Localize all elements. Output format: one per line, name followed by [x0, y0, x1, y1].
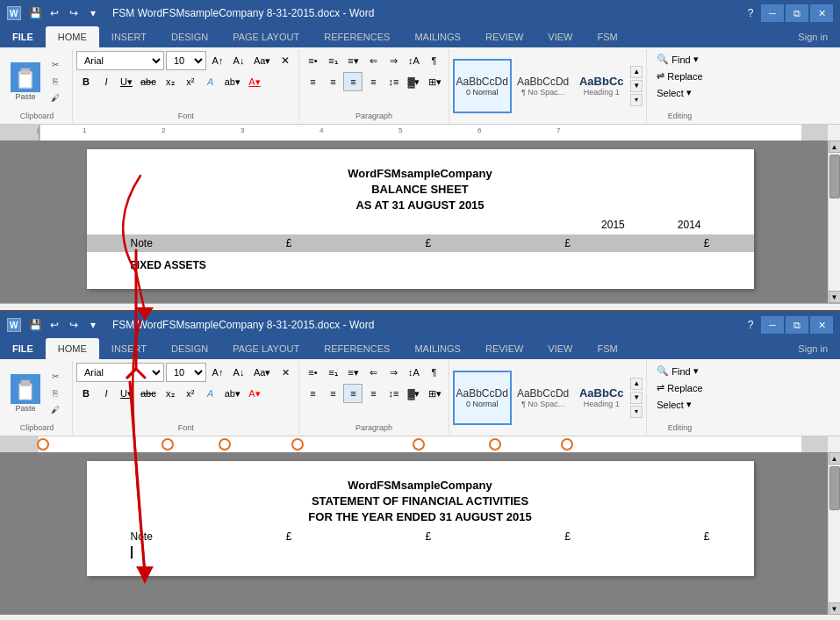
scrollbar-v-2[interactable]: ▲ ▼	[828, 452, 840, 615]
bullets-btn-2[interactable]: ≡•	[303, 363, 322, 382]
scroll-up-btn-1[interactable]: ▲	[829, 141, 841, 153]
italic-btn-1[interactable]: I	[97, 72, 116, 91]
sort-btn-2[interactable]: ↕A	[404, 363, 423, 382]
file-tab-2[interactable]: FILE	[0, 338, 46, 359]
view-tab-2[interactable]: VIEW	[535, 338, 585, 359]
close-btn-2[interactable]: ✕	[810, 316, 833, 334]
grow-font-btn-2[interactable]: A↑	[208, 363, 227, 382]
strikethrough-btn-1[interactable]: abc	[137, 72, 160, 91]
find-btn-1[interactable]: 🔍 Find ▾	[652, 51, 707, 68]
subscript-btn-2[interactable]: x₂	[161, 384, 180, 403]
select-btn-2[interactable]: Select ▾	[652, 396, 707, 413]
numbering-btn-2[interactable]: ≡₁	[323, 363, 342, 382]
highlight-btn-1[interactable]: ab▾	[221, 72, 244, 91]
show-hide-btn-1[interactable]: ¶	[424, 51, 443, 70]
references-tab-2[interactable]: REFERENCES	[312, 338, 402, 359]
nospace-style-1[interactable]: AaBbCcDd ¶ No Spac...	[513, 59, 572, 113]
format-painter-btn-2[interactable]: 🖌	[46, 402, 65, 418]
grow-font-btn-1[interactable]: A↑	[208, 51, 227, 70]
style-more-btn-1[interactable]: ▾	[630, 94, 643, 106]
heading1-style-1[interactable]: AaBbCc Heading 1	[574, 59, 628, 113]
close-btn-1[interactable]: ✕	[810, 4, 833, 22]
design-tab-1[interactable]: DESIGN	[159, 26, 220, 47]
align-center-btn-2[interactable]: ≡	[323, 384, 342, 403]
review-tab-1[interactable]: REVIEW	[473, 26, 535, 47]
fsm-tab-1[interactable]: FSM	[585, 26, 629, 47]
minimize-btn-2[interactable]: ─	[761, 316, 784, 334]
redo-btn-2[interactable]: ↪	[65, 316, 83, 334]
change-case-btn-2[interactable]: Aa▾	[250, 363, 274, 382]
font-size-select-2[interactable]: 10	[166, 363, 206, 382]
pagelayout-tab-1[interactable]: PAGE LAYOUT	[220, 26, 312, 47]
style-down-btn-2[interactable]: ▼	[630, 392, 643, 404]
increase-indent-btn-2[interactable]: ⇒	[384, 363, 403, 382]
restore-btn-1[interactable]: ⧉	[786, 4, 808, 22]
help-btn-1[interactable]: ?	[742, 4, 759, 22]
clear-format-btn-2[interactable]: ✕	[276, 363, 295, 382]
pagelayout-tab-2[interactable]: PAGE LAYOUT	[220, 338, 312, 359]
normal-style-1[interactable]: AaBbCcDd 0 Normal	[453, 59, 512, 113]
undo-btn-1[interactable]: ↩	[46, 4, 63, 22]
restore-btn-2[interactable]: ⧉	[786, 316, 808, 334]
font-name-select-1[interactable]: Arial	[76, 51, 164, 70]
borders-btn-1[interactable]: ⊞▾	[425, 72, 445, 91]
replace-btn-1[interactable]: ⇌ Replace	[652, 68, 707, 84]
customize-btn-2[interactable]: ▾	[84, 316, 102, 334]
insert-tab-1[interactable]: INSERT	[99, 26, 159, 47]
justify-btn-1[interactable]: ≡	[363, 72, 383, 91]
fsm-tab-2[interactable]: FSM	[585, 338, 629, 359]
increase-indent-btn-1[interactable]: ⇒	[384, 51, 403, 70]
select-btn-1[interactable]: Select ▾	[652, 84, 707, 101]
bold-btn-2[interactable]: B	[76, 384, 96, 403]
customize-btn-1[interactable]: ▾	[84, 4, 102, 22]
style-up-btn-2[interactable]: ▲	[630, 378, 643, 390]
bold-btn-1[interactable]: B	[76, 72, 96, 91]
bullets-btn-1[interactable]: ≡•	[303, 51, 322, 70]
copy-btn-2[interactable]: ⎘	[46, 386, 65, 401]
show-hide-btn-2[interactable]: ¶	[424, 363, 443, 382]
justify-btn-2[interactable]: ≡	[363, 384, 383, 403]
shading-btn-2[interactable]: ▓▾	[404, 384, 423, 403]
scroll-down-btn-1[interactable]: ▼	[829, 291, 841, 303]
review-tab-2[interactable]: REVIEW	[473, 338, 535, 359]
font-name-select-2[interactable]: Arial	[76, 363, 164, 382]
scroll-up-btn-2[interactable]: ▲	[829, 452, 841, 465]
help-btn-2[interactable]: ?	[742, 316, 759, 334]
line-spacing-btn-1[interactable]: ↕≡	[384, 72, 403, 91]
mailings-tab-1[interactable]: MAILINGS	[402, 26, 473, 47]
file-tab-1[interactable]: FILE	[0, 26, 46, 47]
scroll-down-btn-2[interactable]: ▼	[829, 602, 841, 615]
paste-btn-2[interactable]: Paste	[7, 371, 44, 416]
line-spacing-btn-2[interactable]: ↕≡	[384, 384, 403, 403]
numbering-btn-1[interactable]: ≡₁	[323, 51, 342, 70]
shrink-font-btn-2[interactable]: A↓	[229, 363, 248, 382]
superscript-btn-2[interactable]: x²	[181, 384, 200, 403]
strikethrough-btn-2[interactable]: abc	[137, 384, 160, 403]
font-color-btn-2[interactable]: A▾	[245, 384, 264, 403]
shading-btn-1[interactable]: ▓▾	[404, 72, 423, 91]
italic-btn-2[interactable]: I	[97, 384, 116, 403]
design-tab-2[interactable]: DESIGN	[159, 338, 220, 359]
underline-btn-2[interactable]: U▾	[117, 384, 136, 403]
scroll-thumb-1[interactable]	[829, 155, 840, 198]
sort-btn-1[interactable]: ↕A	[404, 51, 423, 70]
replace-btn-2[interactable]: ⇌ Replace	[652, 379, 707, 396]
subscript-btn-1[interactable]: x₂	[161, 72, 180, 91]
multilevel-btn-2[interactable]: ≡▾	[343, 363, 363, 382]
home-tab-2[interactable]: HOME	[46, 338, 99, 359]
heading1-style-2[interactable]: AaBbCc Heading 1	[574, 371, 628, 425]
redo-btn-1[interactable]: ↪	[65, 4, 83, 22]
decrease-indent-btn-1[interactable]: ⇐	[363, 51, 383, 70]
style-down-btn-1[interactable]: ▼	[630, 80, 643, 92]
decrease-indent-btn-2[interactable]: ⇐	[363, 363, 383, 382]
minimize-btn-1[interactable]: ─	[761, 4, 784, 22]
save-btn-1[interactable]: 💾	[26, 4, 44, 22]
shrink-font-btn-1[interactable]: A↓	[229, 51, 248, 70]
copy-btn-1[interactable]: ⎘	[46, 74, 65, 90]
undo-btn-2[interactable]: ↩	[46, 316, 63, 334]
font-size-select-1[interactable]: 10	[166, 51, 206, 70]
align-right-btn-1[interactable]: ≡	[343, 72, 363, 91]
sign-in-1[interactable]: Sign in	[786, 26, 840, 47]
highlight-btn-2[interactable]: ab▾	[221, 384, 244, 403]
align-left-btn-2[interactable]: ≡	[303, 384, 322, 403]
